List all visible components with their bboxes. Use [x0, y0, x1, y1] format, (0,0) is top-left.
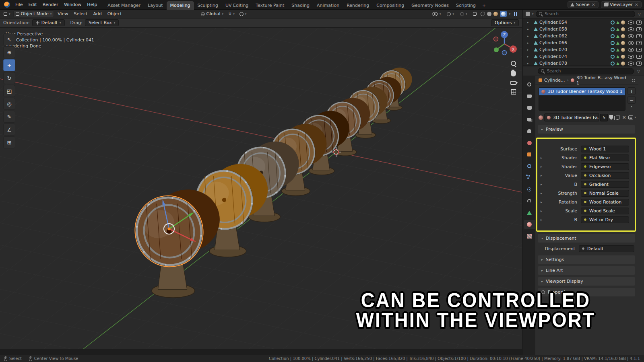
material-users-count[interactable]: 5 — [600, 114, 608, 121]
hide-in-viewport-icon[interactable] — [628, 48, 634, 52]
properties-tab-render[interactable] — [524, 92, 535, 101]
properties-tab-modifiers[interactable] — [524, 162, 535, 171]
object-name[interactable]: Cylinder.062 — [538, 33, 609, 39]
hide-in-viewport-icon[interactable] — [628, 41, 634, 45]
fake-user-shield-icon[interactable] — [609, 115, 613, 120]
object-name[interactable]: Cylinder.078 — [538, 61, 609, 66]
disable-in-renders-icon[interactable] — [636, 21, 642, 25]
tool-select-box[interactable]: ↖ — [3, 33, 15, 45]
tool-scale[interactable]: ◰ — [3, 85, 15, 97]
zoom-icon[interactable] — [511, 61, 516, 66]
unlink-material-button[interactable]: × — [621, 115, 627, 120]
panel-viewport-display[interactable]: ▸ Viewport Display — [538, 277, 635, 286]
properties-tab-output[interactable] — [524, 103, 535, 112]
input-value-button[interactable]: Wood Rotation — [581, 199, 629, 206]
expand-icon[interactable]: ▸ — [527, 41, 532, 45]
outliner-search-input[interactable] — [545, 12, 632, 16]
orientation-dropdown[interactable]: Default ▾ — [32, 19, 65, 26]
workspace-tab-layout[interactable]: Layout — [144, 1, 166, 10]
menu-window[interactable]: Window — [61, 1, 84, 8]
expand-icon[interactable]: ▸ — [527, 28, 532, 31]
pause-button[interactable] — [512, 11, 519, 17]
properties-tab-texture[interactable] — [524, 232, 535, 241]
panel-settings[interactable]: ▸ Settings — [538, 255, 635, 264]
displacement-value-button[interactable]: Default — [579, 245, 634, 252]
mode-dropdown[interactable]: Object Mode ▾ — [13, 10, 54, 17]
unlink-scene-button[interactable]: × — [591, 2, 596, 7]
tool-measure[interactable]: ∠ — [3, 123, 15, 136]
properties-tab-world[interactable] — [524, 138, 535, 147]
workspace-tab-modeling[interactable]: Modeling — [167, 1, 194, 10]
material-slot-selected[interactable]: 3D Tudor Blender Fantasy Wood 1 — [539, 88, 625, 95]
shading-solid-button[interactable] — [487, 12, 491, 16]
scene-selector[interactable]: Scene × — [568, 1, 599, 8]
gizmos-dropdown[interactable]: ▾ — [445, 12, 456, 16]
expand-icon[interactable]: ▸ — [537, 200, 545, 204]
outliner-editor-icon[interactable] — [526, 12, 530, 16]
expand-icon[interactable]: ▸ — [537, 174, 545, 177]
workspace-tab-scripting[interactable]: Scripting — [452, 1, 479, 10]
panel-preview[interactable]: ▸ Preview — [538, 125, 635, 134]
object-name[interactable]: Cylinder.058 — [538, 27, 609, 32]
hide-in-viewport-icon[interactable] — [628, 27, 634, 31]
tool-cursor[interactable]: ⊕ — [3, 46, 15, 58]
menu-render[interactable]: Render — [40, 1, 61, 8]
object-visibility-dropdown[interactable]: ▾ — [430, 12, 443, 16]
transform-orientation-dropdown[interactable]: Global ▾ — [199, 11, 226, 17]
material-slot-list[interactable]: 3D Tudor Blender Fantasy Wood 1 — [539, 87, 625, 111]
expand-icon[interactable]: ▸ — [527, 48, 532, 51]
workspace-tab-compositing[interactable]: Compositing — [373, 1, 408, 10]
hide-in-viewport-icon[interactable] — [628, 34, 634, 38]
disable-in-renders-icon[interactable] — [636, 41, 642, 45]
properties-tab-object-data[interactable] — [524, 208, 535, 217]
axis-y-handle[interactable] — [494, 47, 499, 52]
viewport-menu-object[interactable]: Object — [105, 10, 125, 17]
outliner-row[interactable]: ▸Cylinder.058 — [523, 26, 644, 33]
toggle-xray-button[interactable] — [471, 12, 479, 16]
expand-icon[interactable]: ▸ — [527, 62, 532, 65]
workspace-tab-asset-manager[interactable]: Asset Manager — [104, 1, 144, 10]
outliner-row[interactable]: ▸Cylinder.054 — [523, 19, 644, 26]
properties-tab-constraints[interactable] — [524, 197, 535, 206]
hide-in-viewport-icon[interactable] — [628, 21, 634, 25]
input-value-button[interactable]: Edgewear — [581, 163, 629, 170]
object-name[interactable]: Cylinder.054 — [538, 20, 609, 25]
input-value-button[interactable]: Wood 1 — [581, 146, 629, 152]
expand-icon[interactable]: ▸ — [537, 183, 545, 186]
input-value-button[interactable]: Occlusion — [581, 172, 629, 179]
shading-wireframe-button[interactable] — [481, 12, 485, 16]
blender-logo-icon[interactable] — [4, 2, 10, 8]
unlink-viewlayer-button[interactable]: × — [634, 2, 639, 7]
add-material-slot-button[interactable]: + — [627, 87, 636, 95]
properties-tab-particles[interactable] — [524, 173, 535, 182]
hide-in-viewport-icon[interactable] — [628, 62, 634, 66]
panel-line-art[interactable]: ▸ Line Art — [538, 266, 635, 275]
shading-rendered-button[interactable] — [500, 11, 507, 17]
disable-in-renders-icon[interactable] — [636, 55, 642, 59]
object-name[interactable]: Cylinder.074 — [538, 54, 609, 59]
orthographic-grid-icon[interactable] — [511, 89, 516, 95]
remove-material-slot-button[interactable]: − — [627, 96, 636, 104]
outliner-row[interactable]: ▸Cylinder.074 — [523, 53, 644, 60]
expand-icon[interactable]: ▸ — [527, 55, 532, 58]
menu-edit[interactable]: Edit — [25, 1, 39, 8]
overlays-dropdown[interactable]: ▾ — [458, 12, 469, 16]
properties-tab-material[interactable] — [524, 220, 535, 229]
snap-dropdown[interactable]: ∩ ▾ — [226, 11, 237, 17]
add-workspace-button[interactable]: + — [479, 2, 489, 10]
workspace-tab-texture-paint[interactable]: Texture Paint — [252, 1, 288, 10]
workspace-tab-shading[interactable]: Shading — [288, 1, 313, 10]
workspace-tab-sculpting[interactable]: Sculpting — [194, 1, 222, 10]
node-tree-icon[interactable] — [628, 115, 633, 119]
proportional-edit-dropdown[interactable]: ▾ — [237, 12, 249, 16]
expand-icon[interactable]: ▸ — [537, 218, 545, 222]
expand-icon[interactable]: ▸ — [527, 35, 532, 38]
input-value-button[interactable]: Normal Scale — [581, 190, 629, 197]
hide-in-viewport-icon[interactable] — [628, 55, 634, 59]
viewlayer-selector[interactable]: ViewLayer × — [601, 1, 642, 8]
tool-rotate[interactable]: ↻ — [3, 72, 15, 84]
axis-negx-handle[interactable] — [494, 37, 498, 41]
properties-tab-physics[interactable] — [524, 185, 535, 194]
material-name-field[interactable]: 3D Tudor Blender Fa... — [544, 113, 599, 121]
disable-in-renders-icon[interactable] — [636, 48, 642, 52]
